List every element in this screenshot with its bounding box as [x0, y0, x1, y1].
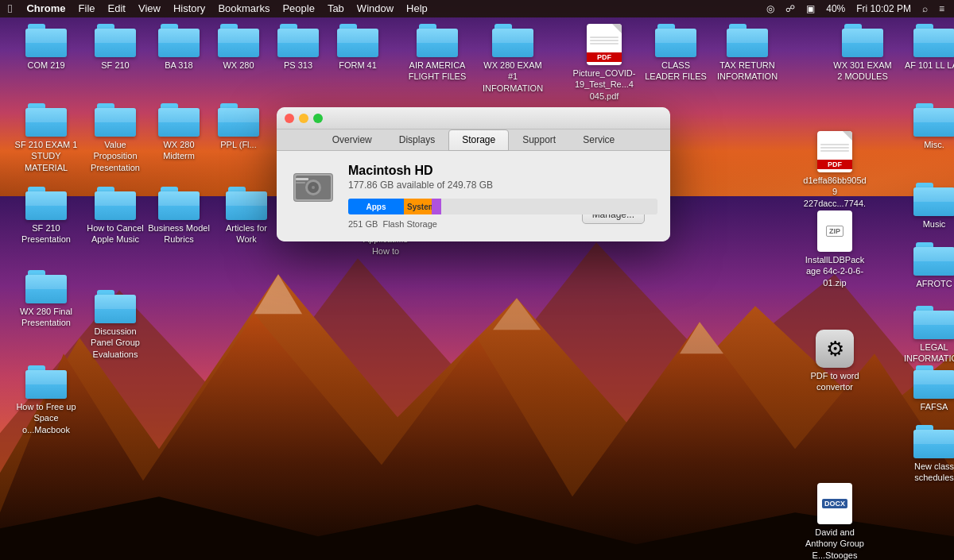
icon-label-sf210presentation: SF 210 Presentation	[14, 222, 78, 245]
menu-window[interactable]: Window	[351, 0, 400, 17]
svg-point-13	[312, 186, 315, 189]
icon-wx280midterm[interactable]: WX 280 Midterm	[147, 103, 211, 162]
icon-wx280final[interactable]: WX 280 Final Presentation	[14, 270, 78, 329]
disk-type: Flash Storage	[382, 219, 436, 229]
icon-freespace[interactable]: How to Free up Space o...Macbook	[14, 365, 78, 435]
icon-label-music: Music	[923, 218, 946, 230]
icon-label-davidanthony: David and Anthony Group E...Stooges	[803, 527, 867, 560]
folder-img-sf210presentation	[25, 187, 67, 220]
icon-misc[interactable]: Misc.	[902, 103, 954, 150]
system-info-dialog: Overview Displays Storage Support Servic…	[277, 107, 670, 241]
folder-img-businessmodel	[158, 187, 200, 220]
icon-ppl[interactable]: PPL (Fl...	[207, 103, 270, 150]
icon-sf210presentation[interactable]: SF 210 Presentation	[14, 187, 78, 245]
folder-img-ppl	[218, 103, 259, 137]
icon-sf210[interactable]: SF 210	[83, 24, 147, 71]
icon-businessmodel[interactable]: Business Model Rubrics	[147, 187, 211, 245]
icon-articles[interactable]: Articles for Work	[215, 187, 278, 245]
menu-bookmarks[interactable]: Bookmarks	[211, 0, 276, 17]
folder-img-wx280midterm	[158, 103, 200, 137]
icon-taxreturn[interactable]: TAX RETURN INFORMATION	[716, 24, 779, 83]
tab-overview[interactable]: Overview	[319, 129, 386, 150]
menu-edit[interactable]: Edit	[102, 0, 132, 17]
storage-bar: Apps System	[348, 199, 657, 214]
menu-tab[interactable]: Tab	[321, 0, 351, 17]
icon-label-newclass: New class schedules	[902, 461, 954, 484]
tab-service[interactable]: Service	[569, 129, 628, 150]
icon-davidanthony[interactable]: DOCX David and Anthony Group E...Stooges	[803, 483, 867, 560]
folder-img-valueproposition	[95, 103, 136, 137]
tab-displays[interactable]: Displays	[386, 129, 448, 150]
icon-newclass[interactable]: New class schedules	[902, 425, 954, 484]
menu-help[interactable]: Help	[400, 0, 434, 17]
folder-img-form41	[337, 24, 378, 57]
search-icon[interactable]: ⌕	[919, 3, 931, 14]
icon-discussion[interactable]: Discussion Panel Group Evaluations	[83, 290, 147, 360]
disk-name: Macintosh HD	[348, 164, 657, 178]
icon-airamerica[interactable]: AIR AMERICA FLIGHT FILES	[405, 24, 469, 83]
folder-img-music	[913, 183, 954, 216]
icon-legal[interactable]: LEGAL INFORMATION	[902, 306, 954, 365]
folder-img-fafsa	[913, 365, 954, 399]
icon-cancelapple[interactable]: How to Cancel Apple Music	[83, 187, 147, 245]
icon-label-ba318: BA 318	[165, 60, 192, 71]
tab-support[interactable]: Support	[509, 129, 569, 150]
menu-file[interactable]: File	[72, 0, 102, 17]
icon-pdfconvert[interactable]: ⚙ PDF to word convertor	[803, 330, 867, 393]
menubar:  Chrome File Edit View History Bookmark…	[0, 0, 954, 17]
menu-view[interactable]: View	[132, 0, 167, 17]
icon-label-ps313: PS 313	[284, 60, 312, 71]
notification-icon[interactable]: ≡	[936, 3, 948, 14]
icon-label-sf210: SF 210	[101, 60, 129, 71]
icon-sf210exam1[interactable]: SF 210 EXAM 1 STUDY MATERIAL	[14, 103, 78, 173]
icon-af101[interactable]: AF 101 LL LAB	[902, 24, 954, 71]
siri-icon[interactable]: ◎	[763, 3, 778, 14]
icon-label-afrotc: AFROTC	[916, 278, 952, 289]
minimize-button[interactable]	[299, 114, 308, 123]
icon-picture_covid[interactable]: PDF Picture_COVID-19_Test_Re...4045.pdf	[572, 24, 636, 102]
icon-fafsa[interactable]: FAFSA	[902, 365, 954, 412]
icon-label-wx280: WX 280	[223, 60, 254, 71]
close-button[interactable]	[285, 114, 294, 123]
icon-ps313[interactable]: PS 313	[266, 24, 330, 71]
storage-bar-system: System	[404, 199, 432, 214]
icon-valueproposition[interactable]: Value Proposition Presentation	[83, 103, 147, 173]
icon-label-businessmodel: Business Model Rubrics	[147, 222, 211, 245]
icon-afrotc[interactable]: AFROTC	[902, 242, 954, 289]
icon-installldb[interactable]: ZIP InstallLDBPackage 64c-2-0-6-01.zip	[803, 210, 867, 288]
icon-wx301exam[interactable]: WX 301 EXAM 2 MODULES	[831, 24, 894, 83]
folder-img-wx301exam	[842, 24, 883, 57]
menu-people[interactable]: People	[276, 0, 320, 17]
storage-bar-apps: Apps	[348, 199, 404, 214]
icon-label-wx280exam: WX 280 EXAM #1 INFORMATION	[481, 60, 545, 94]
icon-label-af101: AF 101 LL LAB	[905, 60, 954, 71]
icon-label-taxreturn: TAX RETURN INFORMATION	[716, 60, 779, 83]
hdd-icon	[289, 164, 337, 211]
apps-label: Apps	[363, 203, 390, 211]
icon-label-wx301exam: WX 301 EXAM 2 MODULES	[831, 60, 894, 83]
icon-label-picture_covid: Picture_COVID-19_Test_Re...4045.pdf	[572, 68, 636, 102]
screen-icon[interactable]: ▣	[803, 3, 818, 14]
icon-label-com219: COM 219	[27, 60, 64, 71]
icon-ba318[interactable]: BA 318	[147, 24, 211, 71]
apple-menu[interactable]: 	[0, 0, 20, 17]
storage-info: Macintosh HD 177.86 GB available of 249.…	[289, 164, 657, 229]
icon-d1effa[interactable]: PDF d1effa86bb905d9 227dacc...7744.pdf	[803, 131, 867, 220]
icon-classleader[interactable]: CLASS LEADER FILES	[644, 24, 708, 83]
maximize-button[interactable]	[313, 114, 323, 123]
icon-wx280exam[interactable]: WX 280 EXAM #1 INFORMATION	[481, 24, 545, 94]
desktop:  Chrome File Edit View History Bookmark…	[0, 0, 954, 560]
tab-storage[interactable]: Storage	[448, 129, 509, 151]
disk-size: 251 GB	[348, 219, 378, 229]
icon-form41[interactable]: FORM 41	[326, 24, 390, 71]
icon-com219[interactable]: COM 219	[14, 24, 78, 71]
icon-label-freespace: How to Free up Space o...Macbook	[14, 401, 78, 435]
folder-img-sf210exam1	[25, 103, 67, 137]
docx-img-davidanthony: DOCX	[817, 483, 852, 524]
app-name[interactable]: Chrome	[20, 0, 72, 17]
icon-music[interactable]: Music	[902, 183, 954, 230]
menu-history[interactable]: History	[167, 0, 211, 17]
wifi-icon[interactable]: ☍	[782, 3, 798, 14]
icon-wx280[interactable]: WX 280	[207, 24, 270, 71]
battery-indicator: 40%	[823, 3, 848, 14]
